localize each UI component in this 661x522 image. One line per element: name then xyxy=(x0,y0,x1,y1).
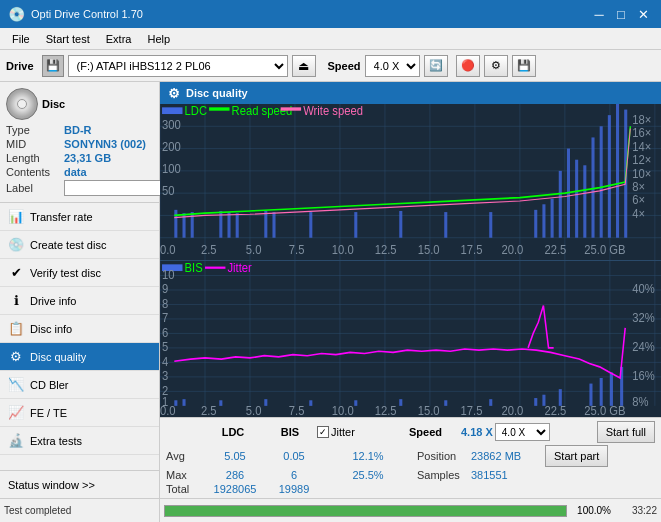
svg-rect-60 xyxy=(489,212,492,238)
progress-pct: 100.0% xyxy=(573,505,611,516)
disc-section-title: Disc xyxy=(42,98,65,110)
transfer-rate-icon: 📊 xyxy=(8,209,24,225)
maximize-btn[interactable]: □ xyxy=(611,4,631,24)
svg-rect-57 xyxy=(354,212,357,238)
svg-rect-138 xyxy=(600,378,603,406)
ldc-chart: LDC Read speed Write speed 300 200 100 5… xyxy=(160,104,661,261)
svg-rect-61 xyxy=(534,210,537,238)
avg-bis: 0.05 xyxy=(269,450,319,462)
jitter-label: Jitter xyxy=(331,426,355,438)
app-title: Opti Drive Control 1.70 xyxy=(31,8,587,20)
drive-icon: 💾 xyxy=(42,55,64,77)
status-window-btn[interactable]: Status window >> xyxy=(0,470,159,498)
max-label: Max xyxy=(166,469,201,481)
fe-te-label: FE / TE xyxy=(30,407,67,419)
disc-info-label: Disc info xyxy=(30,323,72,335)
svg-text:15.0: 15.0 xyxy=(418,403,440,417)
drive-select[interactable]: (F:) ATAPI iHBS112 2 PL06 xyxy=(68,55,288,77)
speed-stats-select[interactable]: 4.0 X xyxy=(495,423,550,441)
drive-info-label: Drive info xyxy=(30,295,76,307)
svg-text:6×: 6× xyxy=(632,193,645,207)
time-display: 33:22 xyxy=(617,505,657,516)
svg-rect-132 xyxy=(444,400,447,406)
progress-bar-container xyxy=(164,505,567,517)
svg-text:5.0: 5.0 xyxy=(246,403,262,417)
svg-text:16%: 16% xyxy=(632,369,655,383)
svg-text:40%: 40% xyxy=(632,282,655,296)
svg-text:100: 100 xyxy=(162,162,181,176)
nav-create-test-disc[interactable]: 💿 Create test disc xyxy=(0,231,159,259)
svg-rect-59 xyxy=(444,212,447,238)
drive-label: Drive xyxy=(6,60,34,72)
start-part-btn[interactable]: Start part xyxy=(545,445,608,467)
save-btn[interactable]: 💾 xyxy=(512,55,536,77)
svg-text:22.5: 22.5 xyxy=(544,403,566,417)
svg-rect-54 xyxy=(264,211,267,238)
svg-text:3: 3 xyxy=(162,369,169,383)
max-bis: 6 xyxy=(269,469,319,481)
dq-title: Disc quality xyxy=(186,87,248,99)
jitter-checkbox[interactable]: ✓ xyxy=(317,426,329,438)
svg-rect-135 xyxy=(542,395,545,406)
refresh-btn[interactable]: 🔄 xyxy=(424,55,448,77)
status-window-label: Status window >> xyxy=(8,479,95,491)
nav-cd-bler[interactable]: 📉 CD Bler xyxy=(0,371,159,399)
svg-text:9: 9 xyxy=(162,282,168,296)
disc-quality-icon: ⚙ xyxy=(8,349,24,365)
minimize-btn[interactable]: ─ xyxy=(589,4,609,24)
disc-quality-label: Disc quality xyxy=(30,351,86,363)
svg-text:14×: 14× xyxy=(632,139,651,153)
svg-rect-125 xyxy=(174,400,177,406)
label-key: Label xyxy=(6,182,64,194)
drivebar: Drive 💾 (F:) ATAPI iHBS112 2 PL06 ⏏ Spee… xyxy=(0,50,661,82)
svg-rect-70 xyxy=(608,115,611,238)
content-area: ⚙ Disc quality xyxy=(160,82,661,522)
start-full-btn[interactable]: Start full xyxy=(597,421,655,443)
nav-extra-tests[interactable]: 🔬 Extra tests xyxy=(0,427,159,455)
contents-label: Contents xyxy=(6,166,64,178)
speed-stats-val: 4.18 X xyxy=(461,426,493,438)
max-jitter: 25.5% xyxy=(323,469,413,481)
svg-text:16×: 16× xyxy=(632,126,651,140)
total-ldc: 1928065 xyxy=(205,483,265,495)
svg-text:10: 10 xyxy=(162,267,175,281)
nav-disc-quality[interactable]: ⚙ Disc quality xyxy=(0,343,159,371)
svg-text:4×: 4× xyxy=(632,206,645,220)
svg-text:Write speed: Write speed xyxy=(303,104,363,117)
svg-text:8: 8 xyxy=(162,296,169,310)
nav-drive-info[interactable]: ℹ Drive info xyxy=(0,287,159,315)
burn-btn[interactable]: 🔴 xyxy=(456,55,480,77)
dq-header: ⚙ Disc quality xyxy=(160,82,661,104)
svg-text:32%: 32% xyxy=(632,311,655,325)
extra-tests-label: Extra tests xyxy=(30,435,82,447)
svg-rect-68 xyxy=(591,137,594,237)
menu-start-test[interactable]: Start test xyxy=(38,28,98,49)
svg-rect-69 xyxy=(600,126,603,237)
menu-file[interactable]: File xyxy=(4,28,38,49)
mid-label: MID xyxy=(6,138,64,150)
speed-select[interactable]: 4.0 X xyxy=(365,55,420,77)
menu-help[interactable]: Help xyxy=(139,28,178,49)
total-bis: 19989 xyxy=(269,483,319,495)
svg-rect-23 xyxy=(281,107,301,110)
nav-fe-te[interactable]: 📈 FE / TE xyxy=(0,399,159,427)
svg-text:LDC: LDC xyxy=(185,104,208,117)
speed-stats-label: Speed xyxy=(409,426,442,438)
svg-rect-136 xyxy=(559,389,562,406)
avg-jitter: 12.1% xyxy=(323,450,413,462)
settings-btn[interactable]: ⚙ xyxy=(484,55,508,77)
svg-rect-58 xyxy=(399,211,402,238)
mid-value: SONYNN3 (002) xyxy=(64,138,146,150)
svg-text:17.5: 17.5 xyxy=(461,243,483,257)
menu-extra[interactable]: Extra xyxy=(98,28,140,49)
nav-transfer-rate[interactable]: 📊 Transfer rate xyxy=(0,203,159,231)
svg-text:6: 6 xyxy=(162,325,169,339)
svg-rect-48 xyxy=(174,210,177,238)
nav-verify-test-disc[interactable]: ✔ Verify test disc xyxy=(0,259,159,287)
close-btn[interactable]: ✕ xyxy=(633,4,653,24)
charts-area: LDC Read speed Write speed 300 200 100 5… xyxy=(160,104,661,417)
svg-rect-55 xyxy=(272,212,275,238)
eject-btn[interactable]: ⏏ xyxy=(292,55,316,77)
nav-disc-info[interactable]: 📋 Disc info xyxy=(0,315,159,343)
svg-text:0.0: 0.0 xyxy=(160,243,176,257)
